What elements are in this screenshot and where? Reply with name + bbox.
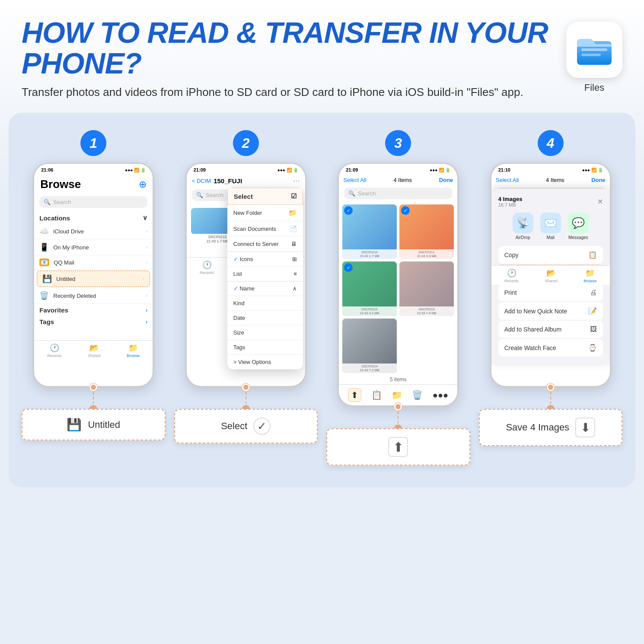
sel-thumb-5[interactable]: DSCF021421:43 7.2 MB — [342, 319, 397, 373]
connector-dot-1 — [89, 383, 97, 391]
favorites-section: Favorites › — [34, 304, 153, 316]
file-iphone[interactable]: 📱 On My iPhone › — [34, 239, 153, 255]
tab-shared-4[interactable]: 📂Shared — [545, 268, 558, 283]
share-option-quick-note[interactable]: Add to New Quick Note📝 — [498, 302, 603, 320]
tab-recents-2[interactable]: 🕐Recents — [200, 260, 214, 275]
step-3: 3 21:09 ●●●📶🔋 Select All 4 Items Done — [326, 130, 470, 465]
share-action-icon[interactable]: ⬆ — [348, 388, 361, 402]
share-app-mail[interactable]: ✉️ Mail — [540, 213, 561, 240]
step-2-phone: 21:09 ●●●📶🔋 < DCIM 150_FUJI ⋯ 🔍 Search — [185, 163, 306, 387]
menu-item-kind[interactable]: Kind — [227, 296, 303, 311]
time: 21:06 — [41, 167, 53, 172]
files-icon-container: Files — [566, 22, 622, 93]
step-2-label: Select ✓ — [174, 409, 318, 443]
search-icon: 🔍 — [44, 199, 51, 205]
search-icon-3: 🔍 — [348, 190, 355, 197]
search-bar-3[interactable]: 🔍 Search — [344, 188, 452, 199]
folder-action-icon[interactable]: 📁 — [392, 390, 402, 400]
step-3-label: ⬆ — [326, 428, 470, 465]
menu-item-tags[interactable]: Tags — [227, 340, 303, 355]
more-action-icon[interactable]: ●●● — [433, 390, 448, 400]
menu-item-size[interactable]: Size — [227, 325, 303, 340]
nav-back-2[interactable]: < DCIM — [192, 178, 211, 184]
tags-section: Tags › — [34, 316, 153, 327]
done-btn-3[interactable]: Done — [439, 177, 453, 183]
share-apps: 📡 AirDrop ✉️ Mail 💬 Messages — [498, 213, 603, 240]
file-qqmail[interactable]: 📧 QQ Mail › — [34, 255, 153, 270]
file-untitled[interactable]: 💾 Untitled › — [37, 271, 150, 287]
tab-browse-4[interactable]: 📁Browse — [583, 268, 596, 283]
tab-recents-4[interactable]: 🕐Recents — [504, 268, 519, 283]
search-placeholder: Search — [53, 199, 71, 205]
svg-rect-2 — [581, 54, 601, 56]
menu-item-date[interactable]: Date — [227, 311, 303, 325]
sel-thumb-1[interactable]: ✓ DSCF021021:43 1.7 MB — [342, 204, 397, 259]
step-1: 1 21:06 ●●●📶🔋 Browse ⊕ — [22, 130, 166, 465]
menu-item-newfolder[interactable]: New Folder📁 — [227, 205, 303, 221]
done-btn-4[interactable]: Done — [591, 177, 606, 183]
tab-recents[interactable]: 🕐 Recents — [48, 343, 62, 358]
time-4: 21:10 — [498, 167, 510, 172]
status-bar: 21:06 ●●●📶🔋 — [34, 164, 153, 174]
sel-thumb-3[interactable]: ✓ DSCF021221:43 4.2 MB — [342, 261, 397, 316]
share-option-copy[interactable]: Copy📋 — [498, 246, 603, 264]
step-2: 2 21:09 ●●●📶🔋 < DCIM 150_FUJI ⋯ — [174, 130, 318, 465]
nav-title-2: 150_FUJI — [214, 177, 290, 185]
file-icloud[interactable]: ☁️ iCloud Drive › — [34, 223, 153, 239]
step-3-phone: 21:09 ●●●📶🔋 Select All 4 Items Done 🔍 Se… — [338, 163, 459, 407]
menu-item-list[interactable]: List≡ — [227, 267, 303, 281]
main-title: HOW TO READ & TRANSFER IN YOUR PHONE? — [22, 17, 549, 79]
share-option-shared-album[interactable]: Add to Shared Album🖼 — [498, 321, 603, 338]
locations-section: Locations ∨ — [34, 211, 153, 223]
steps-row: 1 21:06 ●●●📶🔋 Browse ⊕ — [22, 130, 622, 465]
menu-item-icons[interactable]: ✓ Icons⊞ — [227, 252, 303, 267]
status-bar-3: 21:09 ●●●📶🔋 — [339, 164, 457, 174]
menu-item-select[interactable]: Select☑ — [227, 188, 303, 205]
item-count-3: 4 Items — [393, 177, 412, 183]
menu-item-name[interactable]: ✓ Name∧ — [227, 281, 303, 296]
label-4-icon: ⬇ — [575, 418, 595, 437]
items-count-3: 5 items — [339, 375, 457, 384]
search-bar[interactable]: 🔍 Search — [39, 196, 147, 208]
files-app-icon — [566, 22, 622, 78]
select-all-4[interactable]: Select All — [496, 177, 519, 183]
sel-thumb-4[interactable]: DSCF021321:43 7.4 MB — [399, 261, 454, 316]
label-3-wrapper: ⬆ — [326, 428, 470, 465]
tab-shared[interactable]: 📂 Shared — [88, 343, 100, 358]
menu-item-view-options[interactable]: > View Options — [227, 355, 303, 370]
label-2-wrapper: Select ✓ — [174, 409, 318, 443]
step-1-phone: 21:06 ●●●📶🔋 Browse ⊕ 🔍 Search — [33, 163, 154, 387]
copy-action-icon[interactable]: 📋 — [371, 390, 382, 400]
status-bar-2: 21:09 ●●●📶🔋 — [187, 164, 305, 174]
select-all-3[interactable]: Select All — [343, 177, 366, 183]
action-bar-3: ⬆ 📋 📁 🗑️ ●●● — [339, 384, 457, 405]
share-title: 4 Images — [498, 196, 523, 202]
label-1-icon: 💾 — [67, 418, 82, 432]
browse-title: Browse — [40, 178, 81, 191]
share-option-watch-face[interactable]: Create Watch Face⌚ — [498, 339, 603, 357]
files-label: Files — [584, 82, 604, 93]
step-1-number: 1 — [80, 130, 106, 156]
share-option-print[interactable]: Print🖨 — [498, 284, 603, 301]
sel-thumb-2[interactable]: ✓ DSCF021121:43 3.3 MB — [399, 204, 454, 259]
menu-item-scan[interactable]: Scan Documents📄 — [227, 221, 303, 236]
header: HOW TO READ & TRANSFER IN YOUR PHONE? Tr… — [0, 0, 644, 108]
steps-section: 1 21:06 ●●●📶🔋 Browse ⊕ — [9, 113, 635, 487]
delete-action-icon[interactable]: 🗑️ — [412, 390, 423, 400]
time-3: 21:09 — [346, 167, 358, 172]
step-2-number: 2 — [233, 130, 259, 156]
menu-item-server[interactable]: Connect to Server🖥 — [227, 236, 303, 252]
search-icon-2: 🔍 — [196, 192, 203, 198]
label-4-text: Save 4 Images — [506, 422, 569, 433]
label-2-icon: ✓ — [253, 418, 271, 435]
step-4-phone: 21:10 ●●●📶🔋 Select All 4 Items Done 🔍 Se… — [490, 163, 611, 387]
screen1-content: Browse ⊕ 🔍 Search Locations ∨ — [34, 174, 153, 327]
share-app-messages[interactable]: 💬 Messages — [568, 213, 589, 240]
connector-dot-4 — [547, 383, 555, 391]
file-deleted[interactable]: 🗑️ Recently Deleted › — [34, 288, 153, 304]
share-close[interactable]: ✕ — [597, 198, 603, 206]
context-menu[interactable]: Select☑ New Folder📁 Scan Documents📄 Conn… — [227, 188, 303, 370]
label-4-wrapper: Save 4 Images ⬇ — [479, 409, 623, 446]
tab-browse[interactable]: 📁 Browse — [127, 343, 140, 358]
share-app-airdrop[interactable]: 📡 AirDrop — [513, 213, 533, 240]
